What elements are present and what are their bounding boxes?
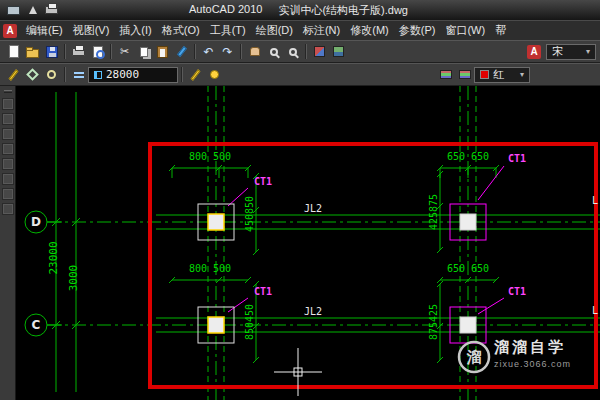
screen-icon[interactable] [4,1,23,19]
acad-brand-icon[interactable]: A [3,24,17,38]
match-properties-shape [177,46,187,57]
designcenter-icon[interactable] [329,43,348,61]
layers-icon[interactable] [436,66,455,84]
menu-modify[interactable]: 修改(M) [345,21,394,40]
new-file-icon[interactable] [4,43,23,61]
copy-shape [140,47,148,57]
text-style-icon[interactable]: A [527,45,541,59]
zoom-realtime-icon[interactable] [264,43,283,61]
tracking-value-field[interactable]: 28000 [88,67,178,83]
sketch-icon[interactable] [4,66,23,84]
properties-icon[interactable] [310,43,329,61]
properties-shape [314,46,325,57]
color-combo[interactable]: 红 ▾ [474,67,530,83]
tool-icon[interactable] [2,158,14,170]
clipped-label: L [592,195,598,206]
tool-icon[interactable] [2,188,14,200]
standard-toolbar: ✂ ↶ ↷ A 宋 ▾ [0,40,600,63]
color-name: 红 [493,67,504,82]
copy-icon[interactable] [134,43,153,61]
printer-icon-shape [45,6,58,14]
osnap-icon [94,71,102,79]
dimension-text: 800500 [189,263,231,274]
up-arrow-icon-shape [29,6,37,14]
chevron-down-icon: ▾ [586,47,590,56]
cut-icon[interactable]: ✂ [115,43,134,61]
snap-endpoint-icon[interactable] [23,66,42,84]
menu-view[interactable]: 视图(V) [68,21,115,40]
column-label: CT1 [254,286,272,297]
tool-icon[interactable] [2,98,14,110]
tool-icon[interactable] [2,128,14,140]
watermark-name: 溜溜自学 [494,338,566,357]
osnap-toolbar: 28000 红 ▾ [0,63,600,86]
menu-parametric[interactable]: 参数(P) [394,21,441,40]
menu-edit[interactable]: 编辑(E) [21,21,68,40]
watermark-site: zixue.3066.com [494,359,571,369]
plot-preview-icon[interactable] [88,43,107,61]
toolbar-separator [110,44,112,59]
pan-icon[interactable] [245,43,264,61]
layers-shape [440,70,452,79]
paste-icon[interactable] [153,43,172,61]
menu-insert[interactable]: 插入(I) [114,21,156,40]
beam-label: JL2 [304,306,322,317]
toolbar-separator [194,44,196,59]
docked-draw-toolbar[interactable] [0,86,16,400]
dimension-text: 650650 [447,263,489,274]
menu-help[interactable]: 帮 [490,21,511,40]
tool-icon[interactable] [2,173,14,185]
dimension-text: 23000 [47,241,60,274]
document-title: 实训中心(结构电子版).dwg [278,3,408,18]
dimension-text: 875425 [428,304,439,340]
menu-draw[interactable]: 绘图(D) [251,21,298,40]
zoom-shape [270,48,278,56]
drawing-canvas[interactable]: D C 23000 3000 800500 650650 800500 6506… [16,86,600,400]
tool-icon[interactable] [2,143,14,155]
undo-glyph: ↶ [203,46,213,58]
open-file-icon[interactable] [23,43,42,61]
tool-icon[interactable] [2,113,14,125]
layer-states-icon[interactable] [455,66,474,84]
layer-on-icon[interactable] [205,66,224,84]
toolbar-grip[interactable] [4,90,12,93]
plot-preview-shape [93,46,103,58]
snap-endpoint-shape [26,68,39,81]
snap-center-icon[interactable] [42,66,61,84]
dimension-text: 450850 [244,196,255,232]
snap-center-shape [47,70,56,79]
save-icon[interactable] [42,43,61,61]
autocad-window: AutoCAD 2010 实训中心(结构电子版).dwg A 编辑(E) 视图(… [0,0,600,400]
plot-shape [72,48,85,56]
title-bar: AutoCAD 2010 实训中心(结构电子版).dwg [0,0,600,20]
sketch-shape [9,69,19,80]
menu-dimension[interactable]: 标注(N) [298,21,345,40]
menu-tools[interactable]: 工具(T) [205,21,251,40]
tool-icon[interactable] [2,203,14,215]
beam-label: JL2 [304,203,322,214]
toolbar-separator [64,67,66,82]
plot-icon[interactable] [69,43,88,61]
toolbar-separator [240,44,242,59]
dimension-text: 425875 [428,194,439,230]
cut-glyph: ✂ [120,46,129,57]
edit-icon[interactable] [186,66,205,84]
match-properties-icon[interactable] [172,43,191,61]
column-label: CT1 [254,176,272,187]
menu-format[interactable]: 格式(O) [157,21,205,40]
redo-icon[interactable]: ↷ [218,43,237,61]
menu-window[interactable]: 窗口(W) [440,21,490,40]
up-arrow-icon[interactable] [23,1,42,19]
paste-shape [157,46,168,58]
screen-icon-shape [7,6,20,15]
toolbar-separator [305,44,307,59]
pan-shape [250,47,260,56]
color-swatch [480,70,489,79]
zoom-window-icon[interactable] [283,43,302,61]
printer-icon[interactable] [42,1,61,19]
snap-parallel-icon[interactable] [69,66,88,84]
axis-bubble-label: C [32,318,41,332]
text-style-combo[interactable]: 宋 ▾ [546,44,596,60]
redo-glyph: ↷ [222,46,232,58]
undo-icon[interactable]: ↶ [199,43,218,61]
